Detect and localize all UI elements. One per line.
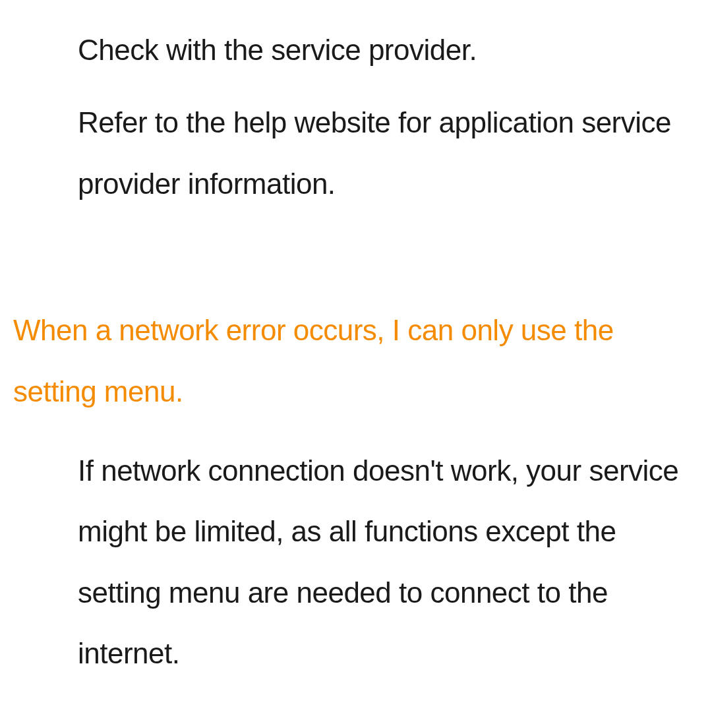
intro-text-line1: Check with the service provider. [78,20,700,80]
intro-text-line2: Refer to the help website for applicatio… [78,92,700,214]
faq-heading: When a network error occurs, I can only … [13,300,700,422]
faq-body: If network connection doesn't work, your… [78,440,700,684]
